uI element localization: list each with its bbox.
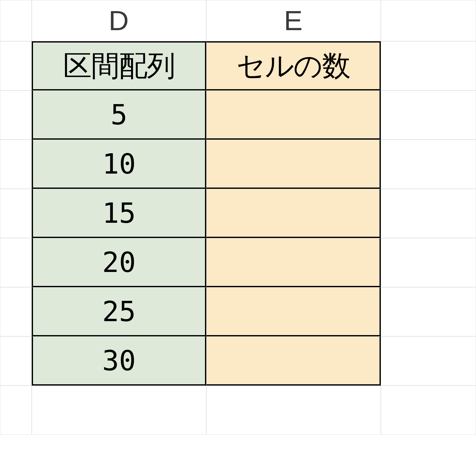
data-value: 25 [102, 295, 136, 328]
cell-e5[interactable] [206, 238, 381, 287]
table-header-d: 区間配列 [63, 47, 175, 85]
cell-e8[interactable] [206, 386, 381, 435]
spreadsheet-grid: D E 区間配列 セルの数 5 10 15 20 [0, 0, 476, 435]
cell-d8[interactable] [32, 386, 206, 435]
cell-f7[interactable] [381, 336, 476, 386]
cell-c2[interactable] [0, 90, 32, 140]
cell-d6[interactable]: 25 [32, 287, 206, 336]
data-value: 5 [111, 98, 128, 131]
column-header-f[interactable] [381, 0, 476, 41]
cell-c3[interactable] [0, 140, 32, 189]
cell-f5[interactable] [381, 238, 476, 287]
cell-c7[interactable] [0, 336, 32, 386]
cell-f1[interactable] [381, 41, 476, 90]
cell-d7[interactable]: 30 [32, 336, 206, 386]
cell-e4[interactable] [206, 189, 381, 238]
cell-c1[interactable] [0, 41, 32, 90]
column-header-d[interactable]: D [32, 0, 206, 41]
column-header-c[interactable] [0, 0, 32, 41]
cell-c5[interactable] [0, 238, 32, 287]
cell-d5[interactable]: 20 [32, 238, 206, 287]
cell-c6[interactable] [0, 287, 32, 336]
cell-e3[interactable] [206, 140, 381, 189]
cell-e6[interactable] [206, 287, 381, 336]
cell-c8[interactable] [0, 386, 32, 435]
cell-f3[interactable] [381, 140, 476, 189]
cell-d3[interactable]: 10 [32, 140, 206, 189]
cell-f2[interactable] [381, 90, 476, 140]
cell-d2[interactable]: 5 [32, 90, 206, 140]
cell-e1[interactable]: セルの数 [206, 41, 381, 90]
column-letter: D [109, 4, 129, 37]
cell-f4[interactable] [381, 189, 476, 238]
cell-d1[interactable]: 区間配列 [32, 41, 206, 90]
column-letter: E [284, 4, 303, 37]
cell-e2[interactable] [206, 90, 381, 140]
data-value: 10 [102, 148, 136, 180]
column-header-e[interactable]: E [206, 0, 381, 41]
table-header-e: セルの数 [236, 47, 350, 85]
data-value: 15 [102, 197, 136, 229]
cell-d4[interactable]: 15 [32, 189, 206, 238]
data-value: 20 [102, 246, 136, 279]
cell-e7[interactable] [206, 336, 381, 386]
cell-f6[interactable] [381, 287, 476, 336]
cell-f8[interactable] [381, 386, 476, 435]
cell-c4[interactable] [0, 189, 32, 238]
data-value: 30 [102, 344, 136, 377]
